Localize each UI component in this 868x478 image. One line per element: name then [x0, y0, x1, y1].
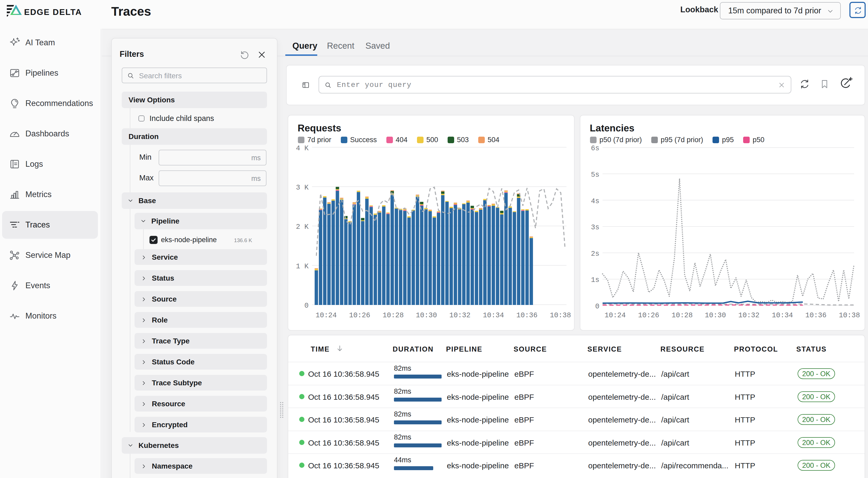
svg-text:10:30: 10:30 [416, 312, 437, 319]
svg-text:2s: 2s [591, 250, 599, 258]
svg-text:3s: 3s [591, 224, 599, 231]
svg-text:1 K: 1 K [296, 262, 309, 270]
svg-text:10:24: 10:24 [315, 312, 337, 319]
svg-text:10:30: 10:30 [705, 312, 726, 319]
svg-text:10:24: 10:24 [604, 312, 626, 319]
svg-text:10:28: 10:28 [382, 312, 404, 319]
svg-text:10:38: 10:38 [550, 312, 571, 319]
svg-text:3 K: 3 K [296, 184, 309, 192]
svg-text:5s: 5s [591, 171, 599, 179]
svg-text:EDGE DELTA: EDGE DELTA [24, 8, 82, 17]
svg-text:10:26: 10:26 [349, 312, 370, 319]
svg-text:10:32: 10:32 [449, 312, 470, 319]
svg-text:4s: 4s [591, 197, 599, 205]
svg-text:10:34: 10:34 [772, 312, 793, 319]
svg-text:10:26: 10:26 [638, 312, 659, 319]
svg-text:4 K: 4 K [296, 145, 309, 152]
svg-text:1s: 1s [591, 276, 599, 284]
svg-text:10:34: 10:34 [483, 312, 504, 319]
svg-text:10:28: 10:28 [672, 312, 693, 319]
svg-text:10:36: 10:36 [805, 312, 826, 319]
svg-text:10:32: 10:32 [738, 312, 760, 319]
svg-text:0: 0 [595, 302, 599, 311]
svg-text:0: 0 [304, 302, 309, 310]
svg-text:10:36: 10:36 [516, 312, 537, 319]
svg-text:6s: 6s [591, 145, 599, 152]
svg-text:10:38: 10:38 [839, 312, 860, 319]
svg-text:2 K: 2 K [296, 223, 309, 231]
